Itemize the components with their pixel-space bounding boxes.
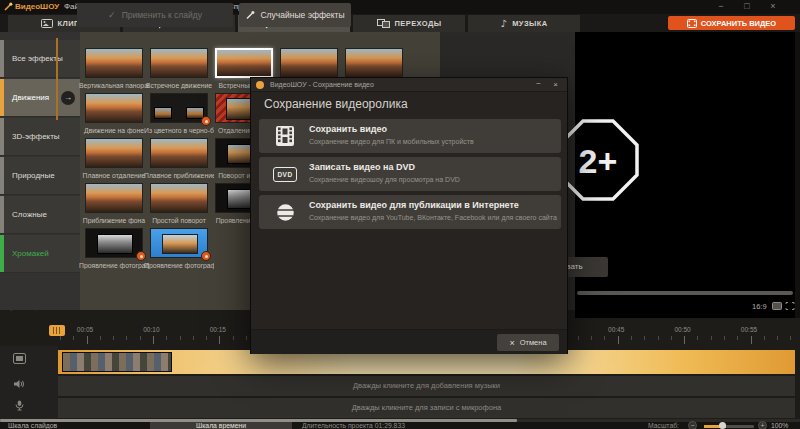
apply-to-slide-label: Применить к слайду [122, 10, 202, 20]
zoom-slider[interactable] [704, 425, 754, 428]
effect-thumbnail[interactable] [85, 48, 143, 78]
save-option-3[interactable]: Сохранить видео для публикации в Интерне… [259, 195, 561, 229]
microphone-track[interactable]: Дважды кликните для записи с микрофона [58, 398, 795, 418]
sidebar-item-6[interactable]: Хромакей [0, 235, 80, 273]
sidebar-item-2[interactable]: Движения→ [0, 79, 80, 117]
preview-seek-bar[interactable] [577, 291, 793, 295]
fullscreen-icon[interactable] [785, 302, 795, 310]
ruler-tick [126, 336, 127, 340]
ruler-tick [604, 336, 605, 340]
ruler-tick [246, 336, 247, 340]
effect-label: Проявление фотографи... [144, 262, 214, 269]
ruler-time-label: 00:10 [143, 326, 159, 333]
close-icon: × [509, 338, 514, 348]
slides-scale-tab[interactable]: Шкала слайдов [8, 422, 57, 429]
ruler-tick [153, 336, 154, 344]
cancel-button[interactable]: × Отмена [497, 334, 559, 351]
ruler-tick [166, 336, 167, 340]
speaker-icon [14, 379, 25, 389]
effect-thumbnail[interactable] [345, 48, 403, 78]
dialog-minimize-button[interactable]: − [536, 79, 541, 88]
track-icons-column [0, 346, 58, 420]
film-icon [687, 19, 697, 28]
save-option-subtitle: Сохранение видео для YouTube, ВКонтакте,… [309, 214, 557, 221]
ruler-tick [60, 336, 61, 340]
video-preview-panel: 2+ Редактировать 16:9 [575, 32, 795, 318]
music-track[interactable]: Дважды кликните для добавления музыки [58, 376, 795, 396]
effect-thumbnail[interactable] [280, 48, 338, 78]
slide-thumbnail[interactable] [62, 352, 172, 372]
transitions-icon [377, 19, 390, 28]
zoom-value: 100% [771, 422, 788, 429]
check-icon: ✓ [108, 10, 116, 20]
save-option-1[interactable]: Сохранить видеоСохранение видео для ПК и… [259, 119, 561, 153]
ruler-time-label: 00:45 [608, 326, 624, 333]
ruler-tick [751, 336, 752, 344]
effect-thumbnail[interactable] [85, 183, 143, 213]
save-video-button[interactable]: СОХРАНИТЬ ВИДЕО [668, 16, 795, 30]
effect-label: Встречное движение [144, 82, 214, 89]
effect-thumbnail[interactable] [85, 93, 143, 123]
ruler-tick [711, 336, 712, 340]
ruler-tick [591, 336, 592, 340]
ruler-tick [87, 336, 88, 344]
effect-thumbnail[interactable] [150, 93, 208, 123]
sidebar-item-3[interactable]: 3D-эффекты [0, 118, 80, 156]
slides-track-icon [13, 353, 26, 364]
effect-thumbnail[interactable] [150, 48, 208, 78]
ruler-tick [113, 336, 114, 340]
ruler-tick [206, 336, 207, 340]
dialog-title: ВидеоШОУ - Сохранение видео [270, 81, 374, 88]
time-scale-tab[interactable]: Шкала времени [150, 422, 292, 429]
sidebar-item-label: 3D-эффекты [12, 132, 60, 141]
save-option-subtitle: Сохранение видеошоу для просмотра на DVD [309, 176, 460, 183]
music-icon: ♪ [500, 18, 507, 29]
ruler-tick [684, 336, 685, 344]
effect-thumbnail[interactable] [215, 48, 273, 78]
timeline-playhead[interactable] [49, 325, 65, 336]
screen-size-icon[interactable] [772, 302, 782, 310]
ruler-tick [73, 336, 74, 340]
dialog-title-bar[interactable]: ВидеоШОУ - Сохранение видео − × [251, 78, 567, 92]
clips-icon [41, 19, 53, 28]
zoom-slider-knob[interactable] [719, 422, 726, 429]
ruler-time-label: 00:05 [77, 326, 93, 333]
save-video-button-label: СОХРАНИТЬ ВИДЕО [701, 19, 776, 28]
effect-thumbnail[interactable] [150, 138, 208, 168]
videoshow-app-window: ВидеоШОУ − □ × ФайлПравкаПроектСлайдНаст… [0, 0, 800, 429]
window-maximize-button[interactable]: □ [740, 1, 754, 11]
ruler-tick [140, 336, 141, 340]
ruler-tick [737, 336, 738, 340]
effect-thumbnail[interactable] [150, 183, 208, 213]
sidebar-item-label: Движения [12, 93, 49, 102]
tab-label: МУЗЫКА [512, 19, 547, 28]
zoom-in-button[interactable]: + [758, 421, 767, 429]
window-close-button[interactable]: × [766, 1, 780, 11]
zoom-out-button[interactable]: − [688, 421, 697, 429]
app-title: ВидеоШОУ [15, 2, 59, 11]
dialog-close-button[interactable]: × [553, 80, 558, 89]
tab-label: ПЕРЕХОДЫ [395, 19, 442, 28]
effect-label: Вертикальная панорама [79, 82, 149, 89]
sidebar-item-5[interactable]: Сложные [0, 196, 80, 234]
tab-переходы[interactable]: ПЕРЕХОДЫ [353, 15, 465, 32]
category-color-strip [0, 79, 4, 116]
effect-thumbnail[interactable] [85, 228, 143, 258]
apply-to-slide-button[interactable]: ✓ Применить к слайду [77, 3, 233, 27]
dialog-heading: Сохранение видеоролика [264, 97, 408, 111]
random-effects-button[interactable]: Случайные эффекты [239, 3, 351, 27]
tab-музыка[interactable]: ♪МУЗЫКА [468, 15, 580, 32]
zoom-label: Масштаб: [648, 422, 679, 429]
ruler-tick [618, 336, 619, 344]
sidebar-item-4[interactable]: Природные [0, 157, 80, 195]
effect-thumbnail[interactable] [150, 228, 208, 258]
effect-thumbnail[interactable] [85, 138, 143, 168]
ruler-tick [724, 336, 725, 340]
sidebar-item-1[interactable]: Все эффекты [0, 40, 80, 78]
effect-label: Приближение фона [79, 217, 149, 224]
save-option-2[interactable]: DVDЗаписать видео на DVDСохранение видео… [259, 157, 561, 191]
ruler-tick [777, 336, 778, 340]
sidebar-item-label: Сложные [12, 210, 47, 219]
sidebar-item-label: Хромакей [12, 249, 49, 258]
window-minimize-button[interactable]: − [714, 1, 728, 11]
